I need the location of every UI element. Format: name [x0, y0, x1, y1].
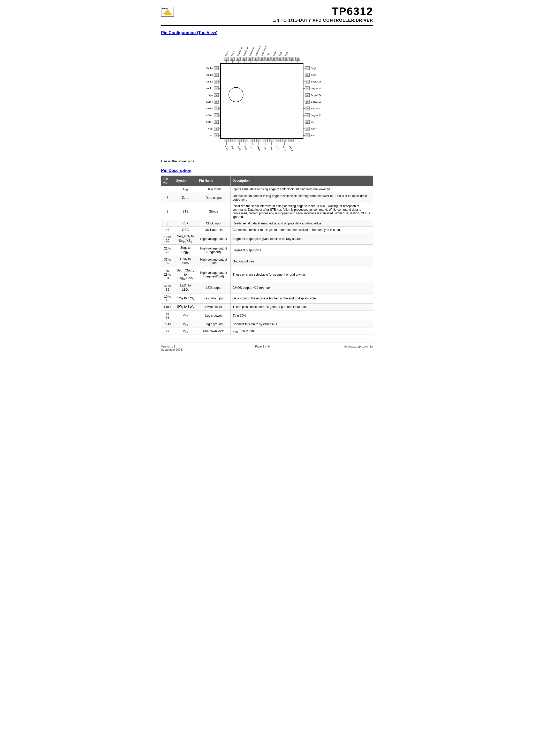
svg-text:LED 2: LED 2 [206, 114, 213, 117]
table-row: 5DOUTDate outputOutputs serial data at f… [161, 193, 373, 203]
svg-text:Seg2/KS2: Seg2/KS2 [311, 107, 322, 110]
pin-name-cell: High-voltage output (Segment/grid) [197, 267, 230, 282]
title-area: TP6312 1/4 TO 1/11-DUTY VFD CONTROLLER/D… [273, 5, 373, 23]
col-header-pin-no: Pin No [161, 176, 174, 186]
pin-name-cell: Clock input [197, 220, 230, 227]
ic-diagram: 19 Grid 5 20 Grid 6 21 Seg16/Gd7 22 Seg1… [176, 38, 358, 157]
table-row: 44OSCOscillator pinConnects a resistor t… [161, 227, 373, 233]
symbol-cell: CLK [174, 220, 197, 227]
pin-name-cell: High-voltage output [197, 233, 230, 245]
svg-text:40: 40 [306, 121, 308, 123]
pin-description-heading[interactable]: Pin Description [161, 168, 373, 173]
description-cell: Grid output pins. [230, 256, 373, 267]
svg-text:3: 3 [239, 140, 240, 142]
chip-subtitle: 1/4 TO 1/11-DUTY VFD CONTROLLER/DRIVER [273, 18, 373, 23]
pin-name-cell: Date output [197, 193, 230, 203]
svg-text:18: 18 [215, 68, 217, 69]
svg-text:Seg4/KS4: Seg4/KS4 [311, 94, 322, 96]
description-cell: Outputs serial data at falling edge of s… [230, 193, 373, 203]
pin-name-cell: LED output [197, 282, 230, 293]
svg-text:Seg8: Seg8 [311, 67, 316, 69]
svg-text:STB: STB [276, 146, 280, 150]
svg-text:SW 2: SW 2 [230, 146, 235, 151]
svg-text:16: 16 [215, 81, 217, 83]
table-row: 37 to 32Grid1 to Grid6High-voltage outpu… [161, 256, 373, 267]
svg-text:Grid 3: Grid 3 [206, 74, 213, 76]
pin-no-cell: 42 to 39 [161, 282, 174, 293]
table-row: 7, 43VSSLogic groundConnect this pin to … [161, 321, 373, 328]
svg-text:Seg1/KS1: Seg1/KS1 [311, 114, 322, 117]
svg-text:OSC: OSC [207, 134, 213, 137]
svg-text:VSS: VSS [263, 146, 267, 150]
pin-no-cell: 21 to 25 [161, 245, 174, 256]
svg-text:25: 25 [261, 58, 263, 60]
description-cell: Reads serial data at rising edge, and ou… [230, 220, 373, 227]
pin-no-cell: 14, 38 [161, 310, 174, 321]
svg-text:Seg11: Seg11 [272, 50, 277, 56]
svg-text:LED 4: LED 4 [206, 100, 213, 103]
svg-text:DOUT: DOUT [256, 146, 261, 151]
svg-text:Seg9: Seg9 [284, 51, 288, 57]
footer-page: Page 2 of 9 [255, 345, 270, 351]
pin-no-cell: 10 to 13 [161, 293, 174, 304]
svg-text:41: 41 [306, 128, 308, 130]
svg-text:5: 5 [252, 140, 253, 142]
svg-text:V11: V11 [266, 52, 270, 57]
table-row: 26, 28 to 31Seg11/Grid11 toSeg16/Grid7Hi… [161, 267, 373, 282]
svg-text:TOPRO: TOPRO [162, 8, 169, 10]
pin-description-table: Pin No Symbol Pin Name Description 6DIND… [161, 176, 373, 335]
svg-text:LED 3: LED 3 [206, 107, 213, 110]
svg-text:8: 8 [216, 135, 217, 137]
svg-text:Seg3/KS3: Seg3/KS3 [311, 100, 322, 103]
pin-no-cell: 5 [161, 193, 174, 203]
logo-area: TOPRO [161, 5, 174, 18]
svg-text:30: 30 [291, 58, 293, 60]
pin-no-cell: 9 [161, 203, 174, 220]
svg-text:20: 20 [231, 58, 233, 60]
svg-text:37: 37 [306, 101, 308, 103]
description-cell: Connect this pin to system GND. [230, 321, 373, 328]
svg-text:13: 13 [215, 101, 217, 103]
description-cell: These pins constitute 4-bit general-purp… [230, 304, 373, 310]
svg-text:17: 17 [215, 74, 217, 76]
pin-name-cell: Logic ground [197, 321, 230, 328]
svg-text:14: 14 [215, 94, 217, 96]
svg-text:Seg15/Gd8: Seg15/Gd8 [243, 47, 249, 57]
pin-no-cell: 7, 43 [161, 321, 174, 328]
table-row: 15 to 20Seg1/KS1 toSeg6/KS6High-voltage … [161, 233, 373, 245]
svg-text:10: 10 [283, 140, 286, 142]
pin-no-cell: 15 to 20 [161, 233, 174, 245]
description-cell: Initializes the serial interface at risi… [230, 203, 373, 220]
svg-text:27: 27 [273, 58, 275, 60]
svg-text:Seg13/Gd10: Seg13/Gd10 [254, 46, 261, 57]
svg-text:35: 35 [306, 88, 308, 90]
svg-text:10: 10 [215, 121, 217, 123]
pin-no-cell: 8 [161, 220, 174, 227]
pin-name-cell: Oscillator pin [197, 227, 230, 233]
symbol-cell: Seg11/Grid11 toSeg16/Grid7 [174, 267, 197, 282]
table-row: 14, 38VDDLogic power5V ± 10% [161, 310, 373, 321]
svg-text:Seg6/KS6: Seg6/KS6 [311, 80, 322, 83]
svg-text:36: 36 [306, 94, 308, 96]
svg-text:LED 1: LED 1 [206, 121, 213, 123]
table-row: 8CLKClock inputReads serial data at risi… [161, 220, 373, 227]
description-cell: 5V ± 10% [230, 310, 373, 321]
svg-text:KEY 2: KEY 2 [289, 146, 293, 151]
svg-point-5 [229, 87, 243, 102]
svg-text:4: 4 [245, 140, 246, 142]
col-header-symbol: Symbol [174, 176, 197, 186]
symbol-cell: Seg1/KS1 toSeg6/KS6 [174, 233, 197, 245]
pin-name-cell: Switch input [197, 304, 230, 310]
pin-name-cell: High-voltage output (Segment) [197, 245, 230, 256]
svg-text:22: 22 [243, 58, 245, 60]
description-cell: VDD – 35 V max [230, 328, 373, 335]
pin-name-cell: High-voltage output (Grid) [197, 256, 230, 267]
pin-config-heading[interactable]: Pin Configuration (Top View) [161, 31, 373, 35]
svg-text:SW 4: SW 4 [244, 146, 248, 151]
svg-text:19: 19 [226, 58, 227, 60]
chip-title: TP6312 [273, 5, 373, 17]
pin-name-cell: Date input [197, 186, 230, 193]
footer-website: http://www.topro.com.tw [343, 345, 373, 351]
svg-text:Grid 2: Grid 2 [206, 80, 213, 83]
svg-text:39: 39 [306, 115, 308, 116]
